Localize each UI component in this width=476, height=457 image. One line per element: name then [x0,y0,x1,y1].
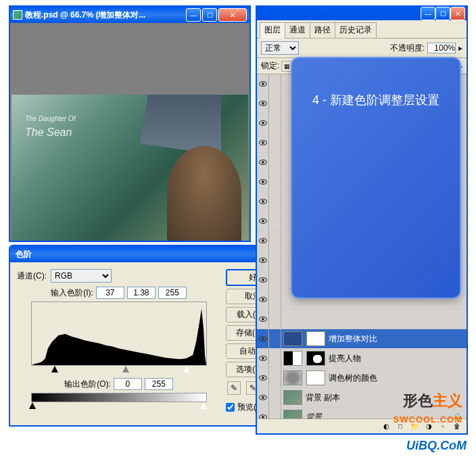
black-eyedropper-icon[interactable]: ✎ [227,381,241,395]
input-slider[interactable] [31,366,207,375]
layer-name[interactable]: 提亮人物 [327,353,467,364]
levels-dialog: 色阶 ✕ 通道(C): RGB 输入色阶(I): [9,245,288,427]
tab-channels[interactable]: 通道 [285,22,310,38]
gamma-slider[interactable] [122,366,129,372]
output-black-field[interactable] [114,378,142,390]
layer-thumb-icon[interactable] [283,370,302,385]
document-title: 教程.psd @ 66.7% (增加整体对... [25,9,186,21]
link-layers-icon[interactable] [365,420,379,433]
tab-history[interactable]: 历史记录 [335,22,377,38]
input-black-field[interactable] [96,287,124,299]
eye-icon[interactable] [259,258,267,263]
watermark-domain: SWCOOL.COM [394,414,462,425]
eye-icon[interactable] [259,395,267,400]
eye-icon[interactable] [259,81,267,87]
output-slider[interactable] [31,402,207,412]
lock-label: 锁定: [261,60,279,72]
panel-minimize-button[interactable]: — [421,7,435,20]
eye-icon[interactable] [259,218,267,224]
eye-icon[interactable] [259,316,267,322]
layer-style-icon[interactable]: ◐ [379,420,393,433]
image-preview: The Daughter Of The Sean [11,95,248,241]
channel-select[interactable]: RGB [51,269,112,283]
layer-thumb-icon[interactable] [283,331,302,346]
panel-close-button[interactable]: ✕ [450,7,465,20]
eye-icon[interactable] [259,140,267,145]
panel-tabs: 图层 通道 路径 历史记录 [257,20,467,39]
output-black-slider[interactable] [29,402,36,409]
opacity-arrow-icon[interactable]: ▸ [458,43,462,53]
eye-icon[interactable] [259,356,267,361]
layer-thumb-icon[interactable] [283,390,302,405]
histogram [31,302,207,366]
levels-titlebar[interactable]: 色阶 ✕ [10,246,287,262]
eye-icon[interactable] [259,238,267,243]
eye-icon[interactable] [259,179,267,185]
panel-maximize-button[interactable]: ☐ [435,7,450,20]
document-window: 教程.psd @ 66.7% (增加整体对... — ☐ ✕ The Daugh… [9,5,251,242]
layer-row[interactable]: 增加整体对比 [257,329,467,349]
watermark-site: UiBQ.CoM [406,439,467,453]
tab-paths[interactable]: 路径 [310,22,335,38]
layer-name[interactable]: 增加整体对比 [327,333,467,345]
eye-icon[interactable] [259,336,267,341]
input-gamma-field[interactable] [127,287,156,299]
input-levels-label: 输入色阶(I): [51,287,93,299]
opacity-label: 不透明度: [390,43,425,54]
eye-icon[interactable] [259,120,267,126]
eye-icon[interactable] [259,297,267,302]
document-canvas[interactable]: The Daughter Of The Sean [11,24,248,239]
output-levels-label: 输出色阶(O): [64,379,111,390]
blend-mode-select[interactable]: 正常 [261,41,299,55]
white-point-slider[interactable] [183,366,190,372]
black-point-slider[interactable] [51,366,58,372]
document-titlebar[interactable]: 教程.psd @ 66.7% (增加整体对... — ☐ ✕ [10,7,249,23]
mask-thumb-icon[interactable] [306,370,325,385]
annotation-overlay: 4 - 新建色阶调整层设置 [291,57,461,299]
input-white-field[interactable] [158,287,187,299]
layer-row[interactable]: 提亮人物 [257,349,467,368]
output-gradient [31,393,207,402]
mask-thumb-icon[interactable] [306,331,325,346]
eye-icon[interactable] [259,375,267,381]
panel-titlebar[interactable]: — ☐ ✕ [257,7,467,20]
mask-thumb-icon[interactable] [306,351,325,366]
output-white-field[interactable] [145,378,173,390]
layer-thumb-icon[interactable] [283,351,302,366]
tab-layers[interactable]: 图层 [260,22,285,39]
document-icon [13,10,22,20]
levels-title: 色阶 [16,249,266,260]
output-white-slider[interactable] [200,402,207,409]
annotation-text: 4 - 新建色阶调整层设置 [292,58,460,108]
eye-icon[interactable] [259,199,267,204]
maximize-button[interactable]: ☐ [202,8,217,22]
minimize-button[interactable]: — [186,8,201,22]
layer-row[interactable]: 调色树的颜色 [257,368,467,388]
opacity-input[interactable] [427,43,456,53]
watermark-brand: 形色主义 [403,391,462,411]
layer-name[interactable]: 调色树的颜色 [327,372,467,384]
layer-row[interactable] [257,310,467,329]
channel-label: 通道(C): [17,270,47,282]
eye-icon[interactable] [259,160,267,165]
eye-icon[interactable] [259,101,267,106]
eye-icon[interactable] [259,277,267,283]
close-button[interactable]: ✕ [218,8,247,22]
